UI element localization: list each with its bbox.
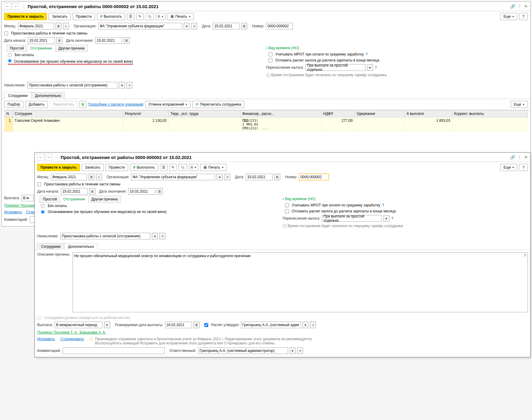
copy-icon[interactable]: ⎘ (156, 13, 165, 20)
tab-suspend[interactable]: Отстранение (27, 45, 56, 52)
month-calendar-icon[interactable]: 🗓 (89, 174, 95, 180)
accrual-open[interactable]: ↗ (126, 82, 132, 88)
end-calendar-icon[interactable]: 🗓 (124, 37, 130, 44)
post-button[interactable]: Провести (106, 164, 128, 171)
back-button[interactable]: ← (4, 3, 11, 10)
radio-nopay[interactable] (41, 204, 45, 208)
select-button[interactable]: Подбор (4, 101, 23, 108)
defer-tax-checkbox[interactable] (285, 209, 289, 213)
help-button[interactable]: ? (519, 164, 528, 171)
table-row[interactable]: 1 Глаголев Сергей Аланович 2 130,03 ПДД(… (5, 117, 528, 132)
favorite-icon[interactable]: ☆ (22, 4, 26, 9)
month-input[interactable]: Февраль 2021 (18, 23, 54, 29)
time-type-link[interactable]: Вид времени (НО) (283, 197, 316, 201)
print-button[interactable]: 🖶 Печать (167, 13, 194, 20)
list-icon[interactable]: ☰ (160, 164, 167, 171)
org-open[interactable]: ↗ (191, 23, 197, 29)
list-icon[interactable]: ☰ (127, 13, 134, 20)
copy-icon[interactable]: ⎘ (189, 164, 198, 171)
org-open[interactable]: ↗ (224, 174, 230, 180)
time-type-link[interactable]: Вид времени (НО) (266, 46, 299, 50)
tax-transfer-input[interactable]: При выплате за простой отдельно (322, 215, 382, 222)
defer-tax-checkbox[interactable] (269, 58, 272, 62)
month-calendar-icon[interactable]: 🗓 (56, 23, 62, 29)
signatures-link[interactable]: Подписи: Погодина (4, 203, 36, 208)
mrot-checkbox[interactable] (285, 203, 289, 207)
edit-icon[interactable]: ✎ (136, 13, 143, 20)
tab-simple[interactable]: Простой (7, 45, 27, 52)
date-calendar-icon[interactable]: 🗓 (241, 23, 247, 29)
back-button[interactable]: ← (37, 154, 44, 160)
radio-paid[interactable] (8, 59, 12, 63)
menu-icon[interactable]: ⋮ (518, 4, 522, 9)
add-button[interactable]: Добавить (25, 101, 48, 108)
attach-icon[interactable]: 📎 (145, 13, 154, 20)
org-input[interactable]: ФА "Управление субъекта федерации" (131, 174, 215, 180)
suspend-part-checkbox[interactable] (37, 182, 41, 186)
post-close-button[interactable]: Провести и закрыть (4, 13, 47, 20)
end-input[interactable]: 15.02.2021 (128, 188, 155, 195)
help-button[interactable]: ? (519, 13, 528, 20)
attach-icon[interactable]: 📎 (178, 164, 187, 171)
close-icon[interactable]: ✕ (524, 4, 528, 9)
month-spinner[interactable]: ÷ (96, 174, 102, 180)
payout-input[interactable]: В м (22, 195, 34, 201)
org-dropdown[interactable]: ▾ (184, 23, 190, 29)
mrot-checkbox[interactable] (269, 52, 272, 56)
org-input[interactable]: ФА "Управление субъекта федерации" (98, 23, 182, 29)
forward-button[interactable]: → (12, 3, 19, 10)
subtab-additional[interactable]: Дополнительно (31, 92, 65, 99)
pay-button[interactable]: ₽Выплатить (130, 164, 158, 171)
date-input[interactable]: 15.02.2021 (246, 174, 273, 180)
start-input[interactable]: 15.02.2021 (28, 37, 55, 44)
start-input[interactable]: 15.02.2021 (61, 188, 88, 195)
write-button[interactable]: Записать (82, 164, 104, 171)
end-input[interactable]: 15.02.2021 (95, 37, 122, 44)
link-icon[interactable]: 🔗 (510, 155, 515, 160)
close-icon[interactable]: ✕ (524, 155, 528, 160)
radio-paid[interactable] (41, 210, 45, 214)
help-icon[interactable]: ? (375, 65, 377, 70)
forward-button[interactable]: → (45, 154, 52, 160)
subtab-employees[interactable]: Сотрудники (4, 92, 32, 99)
end-calendar-icon[interactable]: 🗓 (157, 188, 163, 195)
start-calendar-icon[interactable]: 🗓 (56, 37, 62, 44)
date-calendar-icon[interactable]: 🗓 (274, 174, 280, 180)
radio-nopay[interactable] (8, 53, 12, 57)
link-icon[interactable]: 🔗 (510, 4, 515, 9)
cancel-fix-button[interactable]: Отмена исправлений (145, 101, 191, 108)
post-button[interactable]: Провести (73, 13, 95, 20)
month-spinner[interactable]: ÷ (63, 23, 69, 29)
more-button[interactable]: Еще (500, 13, 517, 20)
tab-other[interactable]: Другая причина (55, 45, 88, 52)
pay-button[interactable]: ₽Выплатить (97, 13, 125, 20)
table-more-button[interactable]: Еще (511, 101, 528, 108)
tax-transfer-input[interactable]: При выплате за простой отдельно (305, 64, 365, 71)
suspend-part-checkbox[interactable] (4, 32, 8, 35)
tab-other[interactable]: Другая причина (88, 196, 121, 203)
deductions-link[interactable]: Подробнее о расчете удержаний (88, 102, 143, 106)
recalc-emp-button[interactable]: ⟳ Пересчитать сотрудника (192, 101, 244, 108)
tab-suspend[interactable]: Отстранение (60, 196, 89, 203)
number-input[interactable]: 0000-000002 (299, 174, 329, 180)
tax-transfer-dropdown[interactable]: ▾ (367, 64, 373, 71)
month-input[interactable]: Февраль 2021 (51, 174, 87, 180)
post-close-button[interactable]: Провести и закрыть (37, 164, 80, 171)
tax-transfer-dropdown[interactable]: ▾ (383, 215, 389, 222)
print-button[interactable]: 🖶 Печать (200, 164, 227, 171)
help-icon[interactable]: ? (365, 52, 368, 56)
fix-link[interactable]: Исправить (4, 210, 22, 214)
favorite-icon[interactable]: ☆ (55, 154, 59, 160)
help-icon[interactable]: ? (382, 203, 384, 207)
table-settings-icon[interactable]: ⊞ (79, 101, 86, 108)
help-icon[interactable]: ? (391, 216, 393, 220)
write-button[interactable]: Записать (49, 13, 71, 20)
more-button[interactable]: Еще (500, 164, 517, 171)
tab-simple[interactable]: Простой (40, 196, 60, 203)
org-dropdown[interactable]: ▾ (217, 174, 223, 180)
date-input[interactable]: 15.02.2021 (213, 23, 240, 29)
start-calendar-icon[interactable]: 🗓 (89, 188, 95, 195)
accrual-input[interactable]: Приостановка работы с оплатой (отстранен… (27, 82, 117, 88)
menu-icon[interactable]: ⋮ (518, 155, 522, 160)
accrual-dropdown[interactable]: ▾ (119, 82, 125, 88)
